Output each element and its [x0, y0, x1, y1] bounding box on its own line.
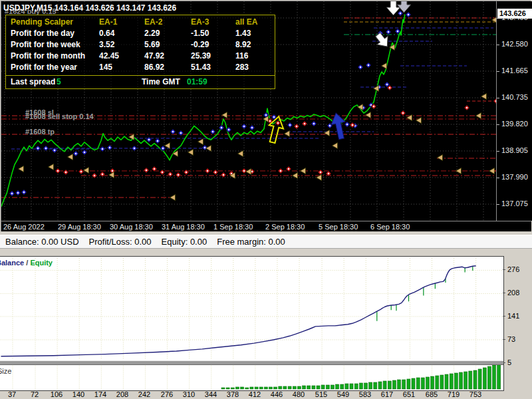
lot-size-bar	[440, 375, 444, 389]
ea-row-label: Profit for the week	[11, 39, 80, 51]
tester-x-label: 140	[68, 390, 88, 398]
lot-size-bar	[369, 382, 372, 389]
sell-marker-dot	[112, 170, 113, 172]
sell-marker-dot	[296, 126, 297, 127]
ea-row-value: -0.29	[191, 39, 209, 51]
current-price-box: 143.626	[497, 9, 532, 19]
pending-order-marker	[19, 166, 24, 172]
lot-size-bar	[398, 380, 401, 389]
tester-y-label: 276	[507, 265, 519, 273]
sell-marker-dot	[57, 170, 59, 172]
price-plot-area[interactable]: #1624 buy 0.15 USDJPY,M15 143.164 143.62…	[1, 1, 496, 221]
pending-order-marker	[246, 169, 251, 175]
tester-y-tick	[503, 293, 505, 293]
order-label: #1608 tp	[25, 128, 55, 136]
ea-profit-row: Profit for the week3.525.69-0.298.92	[6, 39, 275, 51]
sell-marker-dot	[215, 172, 216, 173]
buy-marker-dot	[204, 147, 205, 148]
lot-size-bar	[412, 378, 415, 389]
price-axis-label: 137.990	[501, 173, 528, 181]
tester-y-label: 73	[507, 335, 515, 343]
tester-x-label: 344	[201, 390, 221, 398]
buy-marker-dot	[368, 65, 369, 66]
buy-marker-dot	[84, 152, 85, 153]
arrow-object-down[interactable]	[397, 1, 411, 13]
order-label: #1608 sell stop 0.14	[25, 112, 94, 120]
tester-x-label: 276	[157, 390, 177, 398]
tester-y-tick	[503, 339, 505, 340]
time-axis[interactable]: 26 Aug 202229 Aug 18:3030 Aug 18:3031 Au…	[1, 221, 531, 231]
ea-column-header: EA-1	[99, 17, 117, 28]
tester-x-label: 583	[355, 390, 375, 398]
pending-order-marker	[325, 130, 330, 136]
lot-size-bar	[493, 365, 496, 389]
price-axis[interactable]: 143.495142.580141.665140.735139.820138.9…	[496, 1, 532, 221]
ea-row-label: Profit for the year	[11, 62, 77, 73]
lot-size-bar	[288, 386, 291, 389]
ea-row-value: 25.39	[191, 51, 211, 62]
price-axis-label: 142.580	[501, 40, 528, 48]
sell-marker-dot	[94, 175, 95, 176]
price-axis-tick	[497, 98, 499, 98]
buy-marker-dot	[37, 148, 39, 149]
buy-marker-dot	[54, 150, 55, 151]
time-axis-label: 29 Aug 18:30	[58, 223, 101, 231]
ea-column-header: EA-3	[191, 17, 209, 28]
buy-marker-dot	[11, 193, 13, 194]
sell-marker-dot	[170, 174, 171, 175]
sell-marker-dot	[65, 172, 66, 173]
balance-line	[1, 266, 476, 356]
legend-equity: Equity	[30, 259, 53, 267]
tester-x-axis: 3772106140174208242276310344378412446480…	[0, 390, 532, 399]
sell-marker-dot	[389, 87, 390, 88]
lot-size-bar	[235, 387, 239, 389]
lot-size-bar	[421, 378, 424, 389]
price-axis-label: 137.075	[501, 200, 528, 207]
ea-row-value: 51.43	[191, 62, 211, 73]
buy-marker-dot	[109, 147, 110, 148]
sell-marker-dot	[320, 172, 321, 173]
status-bar-item: Balance: 0.00 USD	[5, 237, 79, 247]
tester-y-label: 208	[507, 289, 519, 297]
ea-row-value: 42.45	[99, 51, 119, 62]
pending-order-marker	[481, 94, 487, 100]
tester-x-label: 72	[25, 390, 45, 398]
pending-order-marker	[206, 146, 211, 152]
tester-y-tick	[503, 269, 505, 270]
price-chart-window[interactable]: #1624 buy 0.15 USDJPY,M15 143.164 143.62…	[1, 1, 531, 231]
lot-size-bar	[221, 388, 225, 389]
tester-panel-divider[interactable]	[0, 360, 503, 365]
buy-marker-dot	[45, 148, 47, 149]
ea-row-value: 5.69	[144, 39, 160, 51]
ea-column-header: EA-2	[144, 17, 162, 28]
lot-size-bar	[259, 387, 263, 389]
ea-panel-title: Pending Scalper	[11, 17, 73, 28]
sell-marker-dot	[288, 168, 289, 170]
buy-marker-dot	[134, 148, 135, 149]
buy-marker-dot	[329, 125, 331, 126]
sell-marker-dot	[223, 174, 224, 176]
time-axis-label: 1 Sep 18:30	[213, 223, 253, 231]
lot-size-bar	[336, 384, 339, 389]
price-axis-tick	[497, 124, 499, 125]
tester-graph-panel[interactable]: Balance / Equity Size	[0, 256, 504, 391]
tester-legend: Balance / Equity	[0, 259, 53, 267]
price-axis-label: 139.820	[501, 120, 528, 128]
lot-size-bar	[407, 379, 410, 389]
lot-size-bar	[250, 387, 253, 389]
ea-row-value: 116	[235, 51, 248, 62]
ea-row-value: -1.50	[191, 28, 209, 39]
pending-order-marker	[416, 118, 422, 124]
lot-size-bar	[483, 368, 486, 389]
tester-x-label: 310	[179, 390, 199, 398]
pending-order-marker	[285, 131, 290, 137]
buy-marker-dot	[289, 124, 291, 126]
buy-marker-dot	[212, 131, 213, 132]
tester-x-label: 617	[377, 390, 397, 398]
price-axis-tick	[497, 204, 499, 205]
last-spread-value: 5	[57, 76, 61, 88]
lot-size-bar	[241, 387, 244, 389]
sell-marker-dot	[178, 174, 179, 176]
lot-size-bar	[478, 369, 481, 389]
pending-order-marker	[332, 143, 338, 149]
